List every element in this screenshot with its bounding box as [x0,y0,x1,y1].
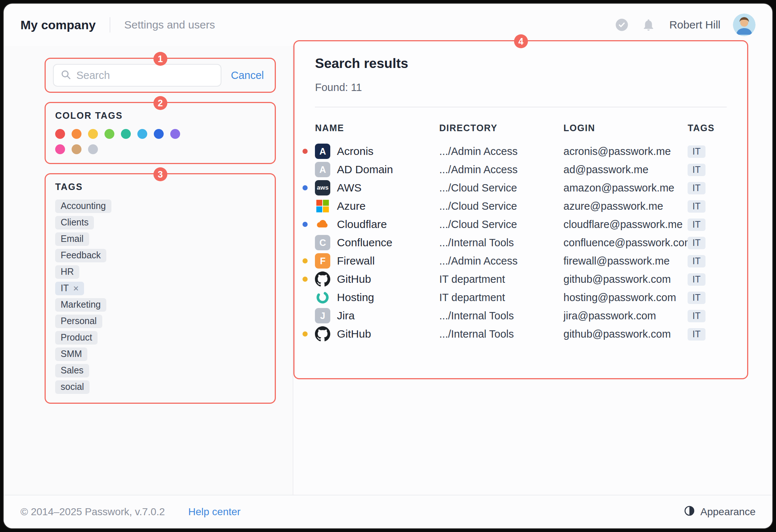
annotation-badge-4: 4 [514,34,528,48]
credential-name: Jira [337,309,354,322]
annotation-box-4: 4 Search results Found: 11 NAME DIRECTOR… [293,40,748,379]
tag-hr[interactable]: HR [55,265,79,279]
table-row[interactable]: GitHub.../Internal Toolsgithub@passwork.… [315,325,727,343]
color-tag-dot[interactable] [72,144,81,154]
column-header-name: NAME [315,123,439,133]
credential-directory: .../Cloud Service [439,218,563,231]
avatar[interactable] [733,14,756,36]
credential-directory: .../Admin Access [439,145,563,157]
table-row[interactable]: FFirewall.../Admin Accessfirewall@passwo… [315,252,727,270]
main-area: 4 Search results Found: 11 NAME DIRECTOR… [293,46,772,495]
credential-name-cell: JJira [315,308,439,323]
cancel-search-button[interactable]: Cancel [231,69,264,81]
breadcrumb[interactable]: Settings and users [124,19,215,31]
table-row[interactable]: AAcronis.../Admin Accessacronis@passwork… [315,142,727,160]
app-window: My company Settings and users Robert Hil… [3,3,773,529]
annotation-box-2: 2 COLOR TAGS [45,102,276,164]
search-icon [60,69,71,81]
color-tag-dot[interactable] [137,129,147,139]
table-row[interactable]: awsAWS.../Cloud Serviceamazon@passwork.m… [315,179,727,197]
table-header-row: NAME DIRECTORY LOGIN TAGS [315,123,727,133]
credential-tag: IT [688,237,705,249]
sidebar: 1 Cancel 2 COLOR TAGS 3 TAGS AccountingC… [4,46,293,495]
tag-sales[interactable]: Sales [55,364,89,377]
tag-it[interactable]: IT× [55,282,84,295]
row-color-dot [303,331,308,337]
credential-tag: IT [688,310,705,322]
tags-list: AccountingClientsEmailFeedbackHRIT×Marke… [55,200,265,394]
help-center-link[interactable]: Help center [188,506,240,518]
row-color-dot [303,277,308,282]
appearance-toggle[interactable]: Appearance [684,505,756,519]
remove-tag-icon[interactable]: × [73,284,79,293]
header: My company Settings and users Robert Hil… [4,4,772,46]
credential-name: AD Domain [337,163,393,176]
tag-feedback[interactable]: Feedback [55,249,106,262]
credential-directory: .../Admin Access [439,164,563,176]
credential-directory: .../Internal Tools [439,328,563,340]
user-name[interactable]: Robert Hill [669,19,720,31]
credential-login: jira@passwork.com [563,310,688,322]
credential-tag: IT [688,182,705,194]
credential-name-cell: Hosting [315,290,439,305]
color-tag-dot[interactable] [55,129,65,139]
confluence-icon: C [315,235,330,250]
tag-product[interactable]: Product [55,331,98,345]
color-tag-dot[interactable] [88,129,98,139]
results-table-body: AAcronis.../Admin Accessacronis@passwork… [315,142,727,343]
credential-login: azure@passwork.me [563,200,688,212]
tag-smm[interactable]: SMM [55,347,87,361]
annotation-box-3: 3 TAGS AccountingClientsEmailFeedbackHRI… [45,173,276,404]
color-tag-dot[interactable] [104,129,114,139]
tag-email[interactable]: Email [55,232,89,246]
color-tag-dot[interactable] [88,144,98,154]
hosting-icon [315,290,330,305]
ad-domain-icon: A [315,162,330,177]
credential-tags-cell: IT [688,219,727,230]
credential-name-cell: awsAWS [315,180,439,195]
table-row[interactable]: GitHubIT departmentgithub@passwork.comIT [315,270,727,288]
row-color-dot [303,185,308,190]
credential-tags-cell: IT [688,329,727,339]
cloudflare-icon [315,217,330,232]
annotation-badge-2: 2 [153,96,167,110]
tag-social[interactable]: social [55,380,90,394]
table-row[interactable]: Cloudflare.../Cloud Servicecloudflare@pa… [315,215,727,233]
color-tag-dot[interactable] [154,129,164,139]
results-table: NAME DIRECTORY LOGIN TAGS AAcronis.../Ad… [315,123,727,343]
column-header-directory: DIRECTORY [439,123,563,133]
table-row[interactable]: AAD Domain.../Admin Accessad@passwork.me… [315,160,727,179]
tag-accounting[interactable]: Accounting [55,200,111,213]
credential-tag: IT [688,328,705,341]
table-row[interactable]: Azure.../Cloud Serviceazure@passwork.meI… [315,197,727,215]
table-row[interactable]: HostingIT departmenthosting@passwork.com… [315,288,727,307]
color-tag-dot[interactable] [170,129,180,139]
color-tag-dot[interactable] [72,129,81,139]
credential-tags-cell: IT [688,164,727,175]
credential-login: confluence@passwork.com [563,237,688,249]
tag-clients[interactable]: Clients [55,216,94,229]
tag-personal[interactable]: Personal [55,315,102,328]
bell-icon[interactable] [642,18,655,32]
tag-marketing[interactable]: Marketing [55,298,106,312]
credential-name: Hosting [337,291,374,304]
check-circle-icon[interactable] [615,18,629,32]
company-title: My company [20,18,96,32]
credential-tags-cell: IT [688,274,727,285]
copyright: © 2014–2025 Passwork, v.7.0.2 [20,506,165,518]
credential-name: Firewall [337,255,374,267]
credential-name-cell: FFirewall [315,253,439,269]
color-tag-dot[interactable] [121,129,131,139]
credential-login: cloudflare@passwork.me [563,218,688,231]
color-tag-dot[interactable] [55,144,65,154]
search-input[interactable] [76,69,214,81]
header-right: Robert Hill [615,14,756,36]
table-row[interactable]: JJira.../Internal Toolsjira@passwork.com… [315,307,727,325]
annotation-badge-3: 3 [153,167,167,181]
credential-tags-cell: IT [688,256,727,266]
credential-directory: .../Internal Tools [439,310,563,322]
credential-name: Confluence [337,236,392,249]
credential-directory: IT department [439,292,563,304]
credential-tag: IT [688,273,705,286]
table-row[interactable]: CConfluence.../Internal Toolsconfluence@… [315,233,727,252]
